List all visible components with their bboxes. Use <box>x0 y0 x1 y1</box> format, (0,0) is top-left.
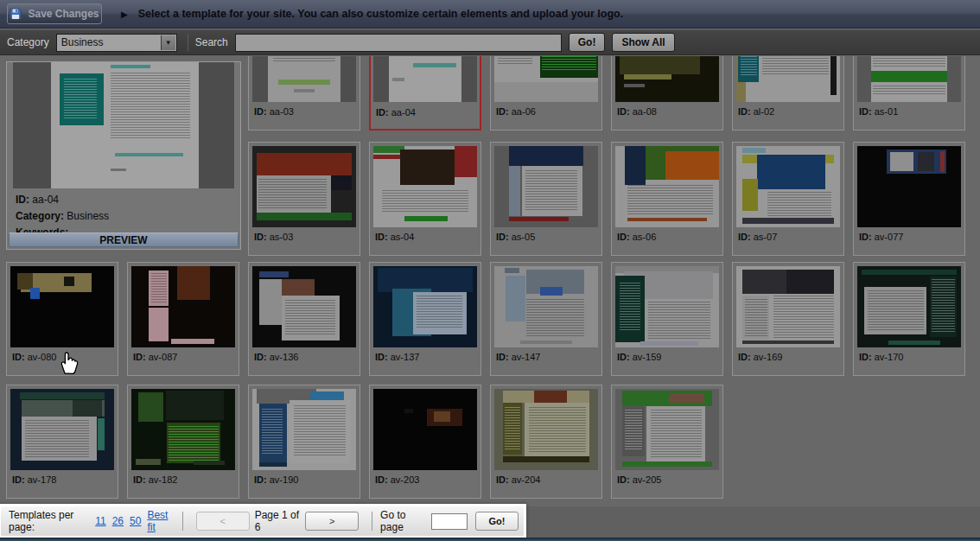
template-card-av-147[interactable]: ID: av-147 <box>490 262 602 376</box>
category-label: Category <box>7 36 49 48</box>
per-page-link-50[interactable]: 50 <box>130 515 141 527</box>
thumbnail-layer <box>648 302 710 339</box>
template-thumbnail <box>252 389 356 470</box>
category-dropdown[interactable]: Business ▼ <box>56 34 177 52</box>
thumbnail-layer <box>762 56 829 74</box>
thumbnail-layer <box>888 341 940 345</box>
thumbnail-layer <box>434 411 450 421</box>
per-page-link-26[interactable]: 26 <box>112 515 124 527</box>
page-status: Page 1 of 6 <box>255 509 301 533</box>
thumbnail-layer <box>742 179 758 212</box>
search-input[interactable] <box>235 34 562 52</box>
thumbnail-layer <box>455 146 477 177</box>
template-card-av-169[interactable]: ID: av-169 <box>732 262 844 376</box>
thumbnail-layer <box>742 270 786 294</box>
thumbnail-layer <box>742 341 834 344</box>
thumbnail-layer <box>392 78 404 81</box>
thumbnail-layer <box>745 299 767 336</box>
template-row: ID: as-03ID: as-04ID: as-05ID: as-06ID: … <box>248 142 965 256</box>
template-thumbnail <box>615 146 719 227</box>
thumbnail-layer <box>498 56 533 65</box>
thumbnail-layer <box>932 279 954 333</box>
template-thumbnail <box>10 266 114 347</box>
next-page-button[interactable]: > <box>305 512 359 531</box>
template-card-av-178[interactable]: ID: av-178 <box>6 385 118 499</box>
template-card-aa-08[interactable]: ID: aa-08 <box>611 56 723 130</box>
template-thumbnail <box>494 389 598 470</box>
search-label: Search <box>195 36 228 48</box>
thumbnail-layer <box>331 175 352 190</box>
thumbnail-layer <box>13 62 51 188</box>
template-card-av-203[interactable]: ID: av-203 <box>369 385 481 499</box>
template-card-av-190[interactable]: ID: av-190 <box>248 385 360 499</box>
thumbnail-layer <box>918 152 934 172</box>
thumbnail-layer <box>540 287 563 295</box>
search-go-button[interactable]: Go! <box>569 33 606 52</box>
thumbnail-layer <box>627 218 706 222</box>
thumbnail-layer <box>625 410 642 450</box>
template-thumbnail <box>494 146 598 227</box>
pagination-bar: Templates per page: 11 26 50 Best fit < … <box>0 504 526 538</box>
thumbnail-layer <box>868 290 924 331</box>
template-card-av-205[interactable]: ID: av-205 <box>611 385 723 499</box>
thumbnail-layer <box>273 56 335 63</box>
template-thumbnail <box>857 56 961 102</box>
show-all-button[interactable]: Show All <box>612 33 674 52</box>
per-page-label: Templates per page: <box>9 509 89 533</box>
template-id-label: ID: av-182 <box>133 474 177 485</box>
thumbnail-layer <box>138 392 163 422</box>
prev-page-button[interactable]: < <box>196 512 250 531</box>
dropdown-arrow-icon[interactable]: ▼ <box>161 35 175 50</box>
thumbnail-layer <box>651 410 702 457</box>
selected-template-id: ID: aa-04 <box>16 192 109 208</box>
thumbnail-layer <box>947 56 961 102</box>
template-card-as-07[interactable]: ID: as-07 <box>732 142 844 256</box>
instruction-text: Select a template for your site. You can… <box>138 8 624 20</box>
template-card-av-087[interactable]: ID: av-087 <box>127 262 239 376</box>
template-card-av-170[interactable]: ID: av-170 <box>853 262 965 376</box>
template-card-aa-06[interactable]: ID: aa-06 <box>490 56 602 130</box>
goto-page-go-button[interactable]: Go! <box>475 512 519 531</box>
template-card-as-04[interactable]: ID: as-04 <box>369 142 481 256</box>
instruction-bar: Save Changes ▶ Select a template for you… <box>0 0 980 29</box>
template-card-av-182[interactable]: ID: av-182 <box>127 385 239 499</box>
template-card-al-02[interactable]: ID: al-02 <box>732 56 844 130</box>
template-id-label: ID: as-04 <box>375 232 414 242</box>
thumbnail-layer <box>199 62 234 188</box>
template-id-label: ID: av-178 <box>12 474 56 485</box>
thumbnail-layer <box>461 56 477 102</box>
template-card-as-06[interactable]: ID: as-06 <box>611 142 723 256</box>
template-card-as-01[interactable]: ID: as-01 <box>853 56 965 130</box>
thumbnail-layer <box>98 418 105 451</box>
thumbnail-layer <box>526 299 584 338</box>
template-id-label: ID: av-205 <box>617 474 661 485</box>
thumbnail-layer <box>30 288 40 298</box>
template-card-av-077[interactable]: ID: av-077 <box>853 142 965 256</box>
preview-button[interactable]: PREVIEW <box>9 232 239 247</box>
template-card-aa-03[interactable]: ID: aa-03 <box>248 56 360 130</box>
thumbnail-layer <box>624 84 645 87</box>
thumbnail-layer <box>620 56 701 74</box>
template-thumbnail <box>373 56 477 102</box>
template-id-label: ID: av-190 <box>254 474 298 485</box>
thumbnail-layer <box>259 279 281 325</box>
template-card-as-03[interactable]: ID: as-03 <box>248 142 360 256</box>
template-id-label: ID: aa-04 <box>376 107 416 118</box>
template-card-av-136[interactable]: ID: av-136 <box>248 262 360 376</box>
thumbnail-layer <box>257 153 352 175</box>
template-card-av-204[interactable]: ID: av-204 <box>490 385 602 499</box>
save-changes-button[interactable]: Save Changes <box>7 3 102 24</box>
template-card-as-05[interactable]: ID: as-05 <box>490 142 602 256</box>
per-page-link-11[interactable]: 11 <box>95 515 105 527</box>
thumbnail-layer <box>171 339 214 345</box>
thumbnail-layer <box>624 74 671 80</box>
template-thumbnail <box>857 266 961 347</box>
thumbnail-layer <box>509 146 583 166</box>
template-card-aa-04[interactable]: ID: aa-04 <box>369 56 481 130</box>
per-page-link-best-fit[interactable]: Best fit <box>147 509 174 533</box>
template-card-av-159[interactable]: ID: av-159 <box>611 262 723 376</box>
selected-template-panel: ID: aa-04 Category: Business Keywords: P… <box>6 61 241 250</box>
thumbnail-layer <box>262 409 283 455</box>
goto-page-input[interactable] <box>431 513 468 530</box>
template-card-av-137[interactable]: ID: av-137 <box>369 262 481 376</box>
